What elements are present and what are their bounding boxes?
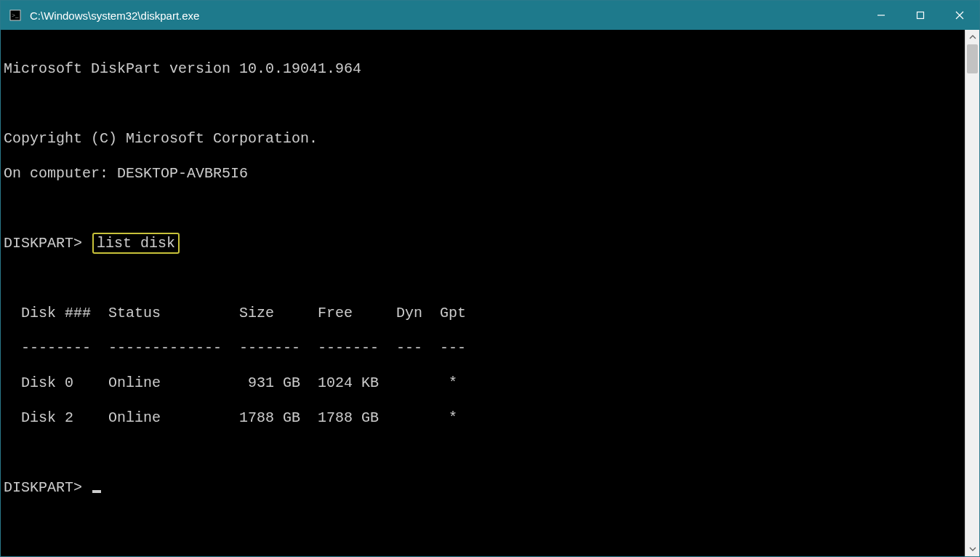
table-header: Disk ### Status Size Free Dyn Gpt — [4, 305, 965, 322]
prompt-line-2: DISKPART> — [4, 479, 965, 497]
cursor-icon — [92, 490, 101, 493]
scrollbar-track[interactable] — [965, 44, 979, 542]
table-row: Disk 2 Online 1788 GB 1788 GB * — [4, 409, 965, 427]
prompt-prefix: DISKPART> — [4, 235, 82, 252]
copyright-line: Copyright (C) Microsoft Corporation. — [4, 130, 965, 148]
svg-text:>_: >_ — [12, 12, 19, 19]
blank-line — [4, 95, 965, 113]
blank-line — [4, 270, 965, 287]
table-row: Disk 0 Online 931 GB 1024 KB * — [4, 374, 965, 392]
terminal-output[interactable]: Microsoft DiskPart version 10.0.19041.96… — [1, 30, 965, 556]
prompt-prefix: DISKPART> — [4, 479, 91, 496]
minimize-button[interactable] — [861, 1, 901, 30]
svg-rect-3 — [917, 12, 924, 19]
close-button[interactable] — [940, 1, 979, 30]
table-divider: -------- ------------- ------- ------- -… — [4, 340, 965, 357]
window-body: Microsoft DiskPart version 10.0.19041.96… — [1, 30, 979, 556]
maximize-button[interactable] — [901, 1, 940, 30]
titlebar[interactable]: >_ C:\Windows\system32\diskpart.exe — [1, 1, 979, 30]
console-window: >_ C:\Windows\system32\diskpart.exe Micr… — [0, 0, 980, 557]
highlighted-command: list disk — [92, 233, 180, 254]
prompt-line-1: DISKPART> list disk — [4, 235, 965, 252]
window-title: C:\Windows\system32\diskpart.exe — [30, 9, 199, 22]
blank-line — [4, 200, 965, 217]
app-icon: >_ — [8, 8, 23, 23]
computer-line: On computer: DESKTOP-AVBR5I6 — [4, 165, 965, 183]
blank-line — [4, 444, 965, 462]
vertical-scrollbar[interactable] — [965, 30, 979, 556]
scroll-down-button[interactable] — [965, 542, 979, 556]
scroll-up-button[interactable] — [965, 30, 979, 44]
scrollbar-thumb[interactable] — [967, 44, 978, 73]
version-line: Microsoft DiskPart version 10.0.19041.96… — [4, 60, 965, 78]
